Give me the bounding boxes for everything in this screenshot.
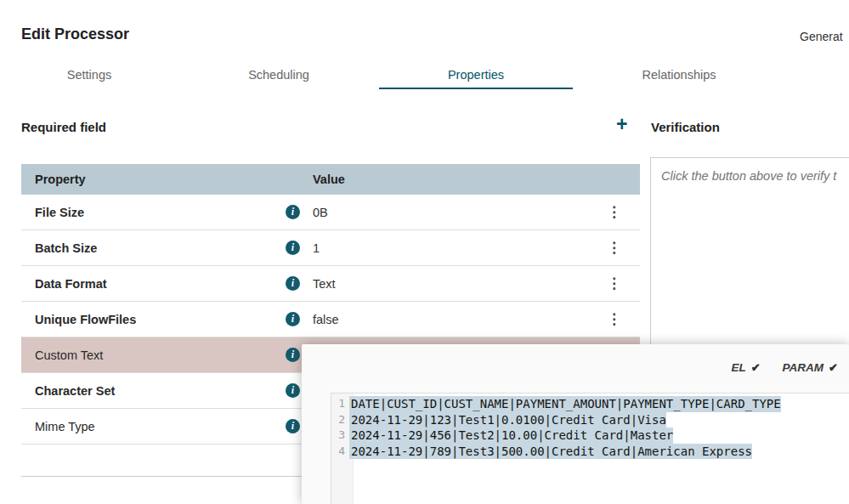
more-options-icon[interactable]: ⋮ bbox=[589, 275, 640, 292]
info-icon[interactable]: i bbox=[286, 276, 309, 291]
code-text: 2024-11-29|456|Test2|10.00|Credit Card|M… bbox=[349, 428, 673, 444]
code-text: DATE|CUST_ID|CUST_NAME|PAYMENT_AMOUNT|PA… bbox=[349, 396, 781, 412]
tab-relationships[interactable]: Relationships bbox=[642, 68, 716, 82]
property-value[interactable]: 0B bbox=[309, 206, 589, 219]
property-name: Unique FlowFiles bbox=[35, 313, 286, 326]
code-line: 3 2024-11-29|456|Test2|10.00|Credit Card… bbox=[331, 428, 849, 444]
el-checkmark-icon: ✔ bbox=[751, 361, 761, 374]
info-glyph: i bbox=[286, 348, 300, 362]
property-name: Data Format bbox=[35, 277, 286, 291]
code-text: 2024-11-29|123|Test1|0.0100|Credit Card|… bbox=[349, 412, 666, 428]
table-row[interactable]: Data Format i Text ⋮ bbox=[21, 266, 640, 302]
info-icon[interactable]: i bbox=[286, 312, 309, 326]
property-name: Custom Text bbox=[35, 348, 286, 362]
value-editor-popup: EL ✔ PARAM ✔ 1 DATE|CUST_ID|CUST_NAME|PA… bbox=[302, 344, 849, 504]
expression-support-flags: EL ✔ PARAM ✔ bbox=[731, 361, 838, 374]
property-name: Mime Type bbox=[35, 420, 286, 433]
info-glyph: i bbox=[286, 312, 300, 326]
line-number: 4 bbox=[331, 444, 349, 460]
property-value[interactable]: 1 bbox=[309, 241, 589, 255]
code-line: 1 DATE|CUST_ID|CUST_NAME|PAYMENT_AMOUNT|… bbox=[331, 396, 849, 412]
verification-title: Verification bbox=[651, 120, 720, 134]
info-glyph: i bbox=[286, 205, 300, 219]
line-number: 2 bbox=[331, 412, 349, 428]
info-icon[interactable]: i bbox=[286, 241, 309, 255]
info-icon[interactable]: i bbox=[286, 205, 309, 219]
el-label: EL bbox=[731, 361, 745, 374]
property-name: Batch Size bbox=[35, 241, 286, 255]
tab-settings[interactable]: Settings bbox=[67, 68, 111, 82]
param-supported-flag: PARAM ✔ bbox=[783, 361, 838, 374]
more-options-icon[interactable]: ⋮ bbox=[589, 203, 640, 221]
property-value[interactable]: false bbox=[309, 313, 589, 326]
info-glyph: i bbox=[286, 276, 300, 291]
add-property-button[interactable]: + bbox=[616, 115, 627, 134]
page-title: Edit Processor bbox=[21, 25, 129, 43]
more-options-icon[interactable]: ⋮ bbox=[589, 310, 640, 328]
tab-scheduling[interactable]: Scheduling bbox=[248, 68, 309, 82]
table-row[interactable]: File Size i 0B ⋮ bbox=[21, 195, 640, 230]
more-options-icon[interactable]: ⋮ bbox=[589, 239, 640, 257]
info-glyph: i bbox=[286, 383, 300, 398]
param-label: PARAM bbox=[783, 361, 824, 374]
code-line: 4 2024-11-29|789|Test3|500.00|Credit Car… bbox=[331, 444, 849, 460]
param-checkmark-icon: ✔ bbox=[829, 361, 838, 374]
line-number: 1 bbox=[331, 396, 349, 412]
line-number: 3 bbox=[331, 428, 349, 444]
property-name: Character Set bbox=[35, 384, 286, 398]
table-row[interactable]: Unique FlowFiles i false ⋮ bbox=[21, 302, 640, 337]
property-name: File Size bbox=[35, 206, 286, 219]
tab-properties[interactable]: Properties bbox=[448, 68, 504, 82]
el-supported-flag: EL ✔ bbox=[731, 361, 760, 374]
processor-type-label: Generat bbox=[800, 30, 843, 43]
verification-placeholder: Click the button above to verify t bbox=[661, 169, 836, 183]
table-header-row: Property Value bbox=[21, 164, 640, 195]
code-line: 2 2024-11-29|123|Test1|0.0100|Credit Car… bbox=[331, 412, 849, 428]
required-field-label: Required field bbox=[21, 120, 106, 134]
active-tab-indicator bbox=[379, 88, 573, 89]
column-header-property: Property bbox=[35, 173, 313, 186]
table-row[interactable]: Batch Size i 1 ⋮ bbox=[21, 230, 640, 266]
info-glyph: i bbox=[286, 419, 300, 433]
column-header-value: Value bbox=[313, 173, 640, 186]
code-text: 2024-11-29|789|Test3|500.00|Credit Card|… bbox=[349, 444, 752, 460]
info-glyph: i bbox=[286, 241, 300, 255]
property-value[interactable]: Text bbox=[309, 277, 589, 291]
value-code-editor[interactable]: 1 DATE|CUST_ID|CUST_NAME|PAYMENT_AMOUNT|… bbox=[331, 393, 849, 504]
